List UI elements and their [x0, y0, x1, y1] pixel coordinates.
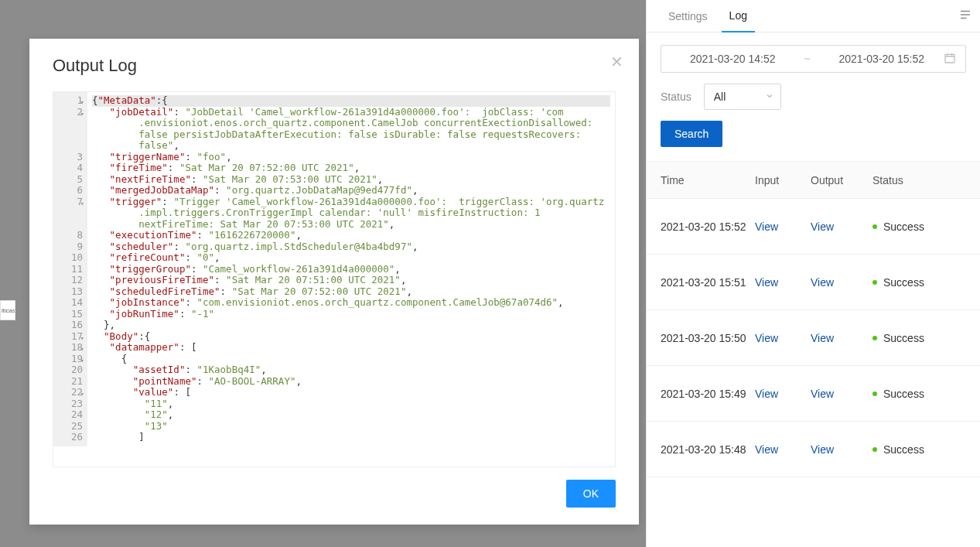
- status-select-value: All: [714, 91, 726, 103]
- search-button[interactable]: Search: [661, 121, 722, 147]
- cell-time: 2021-03-20 15:50: [661, 332, 755, 344]
- filters: 2021-03-20 14:52 ~ 2021-03-20 15:52 Stat…: [647, 32, 980, 161]
- cell-time: 2021-03-20 15:52: [661, 221, 755, 233]
- cell-time: 2021-03-20 15:49: [661, 388, 755, 400]
- line-gutter: 1▾2▾34567▾891011121314151617▾18▾19▾20212…: [53, 92, 87, 446]
- view-output-link[interactable]: View: [811, 443, 834, 456]
- tabs-bar: Settings Log: [647, 0, 980, 32]
- col-header-output: Output: [811, 174, 872, 186]
- output-log-modal: Output Log ✕ 1▾2▾34567▾89101112131415161…: [29, 39, 639, 525]
- date-range-picker[interactable]: 2021-03-20 14:52 ~ 2021-03-20 15:52: [661, 45, 966, 73]
- table-row: 2021-03-20 15:49ViewViewSuccess: [647, 366, 980, 422]
- view-output-link[interactable]: View: [811, 276, 834, 289]
- cell-time: 2021-03-20 15:48: [661, 443, 755, 456]
- table-row: 2021-03-20 15:51ViewViewSuccess: [647, 255, 980, 310]
- tab-settings[interactable]: Settings: [661, 0, 715, 32]
- status-filter-row: Status All: [661, 84, 966, 110]
- table-row: 2021-03-20 15:48ViewViewSuccess: [647, 422, 980, 477]
- cell-status: Success: [872, 332, 966, 344]
- tab-log[interactable]: Log: [722, 0, 755, 32]
- date-sep: ~: [804, 53, 810, 65]
- view-input-link[interactable]: View: [755, 388, 778, 400]
- log-table-header: Time Input Output Status: [647, 162, 980, 199]
- cell-status: Success: [872, 276, 966, 289]
- modal-footer: OK: [29, 467, 639, 525]
- background-fragment: lticast: [0, 300, 15, 320]
- status-dot-icon: [872, 447, 877, 452]
- view-input-link[interactable]: View: [755, 443, 778, 456]
- modal-header: Output Log ✕: [29, 39, 639, 85]
- table-row: 2021-03-20 15:52ViewViewSuccess: [647, 199, 980, 255]
- status-dot-icon: [872, 224, 877, 229]
- status-dot-icon: [872, 391, 877, 396]
- col-header-input: Input: [755, 174, 811, 186]
- chevron-down-icon: [765, 91, 774, 103]
- cell-status: Success: [872, 221, 966, 233]
- view-input-link[interactable]: View: [755, 276, 778, 289]
- view-output-link[interactable]: View: [811, 221, 834, 233]
- status-dot-icon: [872, 336, 877, 340]
- date-from: 2021-03-20 14:52: [671, 53, 794, 65]
- view-output-link[interactable]: View: [811, 388, 834, 400]
- code-viewer: 1▾2▾34567▾891011121314151617▾18▾19▾20212…: [53, 91, 616, 467]
- calendar-icon: [944, 52, 956, 67]
- view-input-link[interactable]: View: [755, 332, 778, 344]
- col-header-time: Time: [661, 174, 755, 186]
- date-to: 2021-03-20 15:52: [820, 53, 944, 65]
- view-input-link[interactable]: View: [755, 221, 778, 233]
- cell-status: Success: [872, 443, 966, 456]
- log-side-panel: Settings Log 2021-03-20 14:52 ~ 2021-03-…: [646, 0, 980, 547]
- close-icon[interactable]: ✕: [610, 53, 623, 71]
- svg-rect-0: [945, 54, 954, 63]
- status-dot-icon: [872, 280, 877, 285]
- ok-button[interactable]: OK: [566, 480, 616, 508]
- cell-time: 2021-03-20 15:51: [661, 276, 755, 289]
- modal-title: Output Log: [53, 56, 616, 76]
- collapse-panel-icon[interactable]: [958, 8, 972, 24]
- code-scroll[interactable]: 1▾2▾34567▾891011121314151617▾18▾19▾20212…: [53, 92, 615, 467]
- cell-status: Success: [872, 388, 966, 400]
- table-row: 2021-03-20 15:50ViewViewSuccess: [647, 310, 980, 366]
- code-body: {"MetaData":{ "jobDetail": "JobDetail 'C…: [87, 92, 615, 446]
- status-select[interactable]: All: [704, 84, 781, 110]
- col-header-status: Status: [872, 174, 966, 186]
- view-output-link[interactable]: View: [811, 332, 834, 344]
- log-table: Time Input Output Status 2021-03-20 15:5…: [647, 161, 980, 477]
- status-label: Status: [661, 91, 691, 103]
